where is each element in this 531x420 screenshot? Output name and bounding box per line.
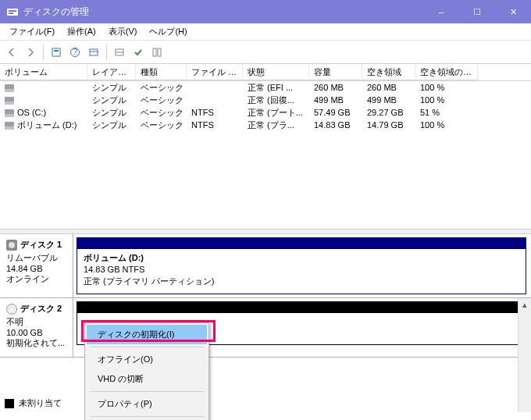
forward-button[interactable] <box>22 44 39 61</box>
svg-rect-11 <box>153 48 156 56</box>
svg-rect-1 <box>9 10 16 12</box>
svg-text:?: ? <box>73 47 77 56</box>
volume-list-body: シンプルベーシック正常 (EFI ...260 MB260 MB100 % シン… <box>0 81 531 131</box>
menu-item-properties[interactable]: プロパティ(P) <box>87 394 207 414</box>
close-button[interactable]: ✕ <box>495 0 531 23</box>
disk-unknown-icon <box>6 304 17 315</box>
svg-rect-4 <box>54 50 59 52</box>
col-capacity[interactable]: 容量 <box>309 64 362 80</box>
scroll-up-icon[interactable]: ▴ <box>519 298 531 311</box>
disk-row: ディスク 2 不明 10.00 GB 初期化されて... <box>0 298 531 358</box>
volume-row[interactable]: OS (C:) シンプルベーシックNTFS正常 (ブート...57.49 GB2… <box>0 106 531 119</box>
menu-separator <box>90 347 204 347</box>
menu-action[interactable]: 操作(A) <box>61 24 102 39</box>
toolbar-btn-1[interactable] <box>48 44 65 61</box>
menu-view[interactable]: 表示(V) <box>102 24 144 39</box>
toolbar: ? <box>0 41 531 64</box>
minimize-button[interactable]: – <box>423 0 459 23</box>
disk-row: ディスク 1 リムーバブル 14.84 GB オンライン ボリューム (D:) … <box>0 234 531 298</box>
volume-row[interactable]: ボリューム (D:) シンプルベーシックNTFS正常 (プラ...14.83 G… <box>0 119 531 131</box>
menu-item-initialize-disk[interactable]: ディスクの初期化(I) <box>87 325 207 344</box>
volume-status: 正常 (プライマリ パーティション) <box>84 276 519 287</box>
menu-help[interactable]: ヘルプ(H) <box>143 24 193 39</box>
disk-info[interactable]: ディスク 2 不明 10.00 GB 初期化されて... <box>0 298 73 357</box>
toolbar-btn-3[interactable] <box>111 44 128 61</box>
hdd-icon <box>6 240 17 251</box>
drive-icon <box>5 84 14 92</box>
menu-item-detach-vhd[interactable]: VHD の切断 <box>87 369 207 389</box>
svg-rect-0 <box>7 9 18 16</box>
col-filesystem[interactable]: ファイル システム <box>187 64 243 80</box>
menu-separator <box>90 416 204 417</box>
menu-bar: ファイル(F) 操作(A) 表示(V) ヘルプ(H) <box>0 23 531 41</box>
col-type[interactable]: 種類 <box>136 64 187 80</box>
legend: 未割り当て <box>5 397 62 409</box>
col-volume[interactable]: ボリューム <box>0 64 87 80</box>
context-menu: ディスクの初期化(I) オフライン(O) VHD の切断 プロパティ(P) ヘル… <box>84 322 209 420</box>
legend-swatch-unallocated <box>5 399 14 408</box>
drive-icon <box>5 97 14 105</box>
app-icon <box>6 5 19 18</box>
svg-rect-7 <box>90 49 98 55</box>
window-title: ディスクの管理 <box>23 5 423 19</box>
disk-info[interactable]: ディスク 1 リムーバブル 14.84 GB オンライン <box>0 234 73 297</box>
col-layout[interactable]: レイアウト <box>87 64 136 80</box>
maximize-button[interactable]: ☐ <box>459 0 495 23</box>
disk-volumes: ボリューム (D:) 14.83 GB NTFS 正常 (プライマリ パーティシ… <box>73 234 531 297</box>
volume-stripe <box>77 302 526 313</box>
svg-rect-3 <box>52 48 60 56</box>
volume-row[interactable]: シンプルベーシック正常 (EFI ...260 MB260 MB100 % <box>0 81 531 94</box>
help-button[interactable]: ? <box>66 44 84 61</box>
volume-row[interactable]: シンプルベーシック正常 (回復...499 MB499 MB100 % <box>0 94 531 106</box>
col-free-pct[interactable]: 空き領域の割... <box>415 64 478 80</box>
volume-detail: 14.83 GB NTFS <box>84 264 519 276</box>
col-free[interactable]: 空き領域 <box>362 64 415 80</box>
svg-rect-2 <box>9 12 13 14</box>
menu-file[interactable]: ファイル(F) <box>3 24 61 39</box>
toolbar-check-icon[interactable] <box>130 44 147 61</box>
volume-name: ボリューム (D:) <box>84 252 519 264</box>
menu-item-offline[interactable]: オフライン(O) <box>87 350 207 369</box>
menu-separator <box>90 391 204 392</box>
volume-stripe <box>77 238 526 249</box>
drive-icon <box>5 122 14 130</box>
col-status[interactable]: 状態 <box>243 64 309 80</box>
back-button[interactable] <box>3 44 20 61</box>
vertical-scrollbar[interactable]: ▴ <box>518 298 531 412</box>
volume-block[interactable]: ボリューム (D:) 14.83 GB NTFS 正常 (プライマリ パーティシ… <box>77 237 526 294</box>
disk-map-pane: ディスク 1 リムーバブル 14.84 GB オンライン ボリューム (D:) … <box>0 234 531 412</box>
volume-list-header: ボリューム レイアウト 種類 ファイル システム 状態 容量 空き領域 空き領域… <box>0 64 531 81</box>
svg-rect-12 <box>158 48 161 56</box>
title-bar: ディスクの管理 – ☐ ✕ <box>0 0 531 23</box>
legend-label: 未割り当て <box>19 397 62 409</box>
toolbar-btn-2[interactable] <box>85 44 102 61</box>
volume-list-pane: ボリューム レイアウト 種類 ファイル システム 状態 容量 空き領域 空き領域… <box>0 64 531 230</box>
drive-icon <box>5 109 14 117</box>
toolbar-btn-4[interactable] <box>148 44 166 61</box>
